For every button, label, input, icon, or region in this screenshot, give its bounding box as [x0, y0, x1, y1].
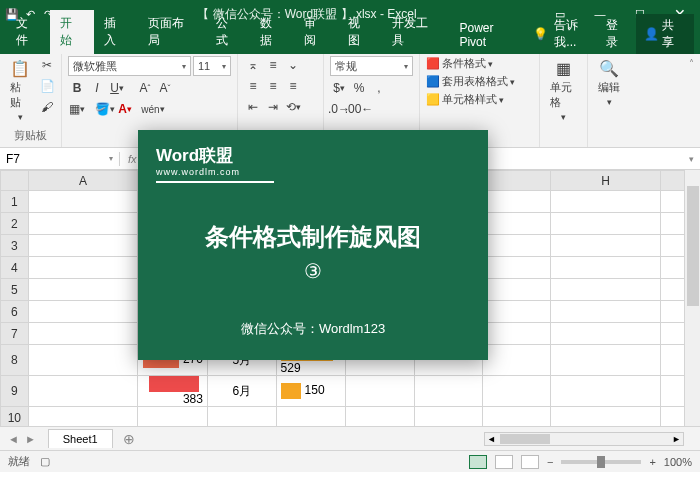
clipboard-group-label: 剪贴板: [6, 128, 55, 145]
sheet-nav-prev-icon[interactable]: ◄: [8, 433, 19, 445]
format-painter-icon[interactable]: 🖌: [38, 98, 56, 116]
cell-styles-label: 单元格样式: [442, 92, 497, 107]
font-family-select[interactable]: 微软雅黑▾: [68, 56, 191, 76]
currency-button[interactable]: $▾: [330, 79, 348, 97]
phonetic-button[interactable]: wén▾: [144, 100, 162, 118]
tell-me[interactable]: 告诉我...: [554, 17, 600, 51]
scroll-right-icon[interactable]: ►: [670, 434, 683, 444]
increase-font-icon[interactable]: Aˆ: [136, 79, 154, 97]
expand-formula-icon[interactable]: ▾: [683, 154, 700, 164]
percent-button[interactable]: %: [350, 79, 368, 97]
orientation-icon[interactable]: ⟲▾: [284, 98, 302, 116]
cells-label: 单元格: [550, 80, 577, 110]
align-bottom-icon[interactable]: ⌄: [284, 56, 302, 74]
font-color-button[interactable]: A▾: [116, 100, 134, 118]
add-sheet-button[interactable]: ⊕: [117, 431, 141, 447]
horizontal-scrollbar[interactable]: ◄►: [484, 432, 684, 446]
increase-indent-icon[interactable]: ⇥: [264, 98, 282, 116]
zoom-in-icon[interactable]: +: [649, 456, 655, 468]
zoom-slider[interactable]: [561, 460, 641, 464]
tab-pivot[interactable]: Power Pivot: [449, 16, 533, 54]
row-header[interactable]: 9: [1, 376, 29, 407]
font-family-value: 微软雅黑: [73, 59, 117, 74]
cells-button[interactable]: ▦单元格▾: [546, 56, 581, 124]
cell[interactable]: 383: [138, 376, 208, 407]
cond-format-label: 条件格式: [442, 56, 486, 71]
sheet-tab[interactable]: Sheet1: [48, 429, 113, 448]
row-header[interactable]: 1: [1, 191, 29, 213]
number-format-value: 常规: [335, 59, 357, 74]
tab-home[interactable]: 开始: [50, 10, 94, 54]
share-button[interactable]: 👤共享: [636, 14, 694, 54]
macro-record-icon[interactable]: ▢: [40, 455, 50, 468]
name-box[interactable]: F7▾: [0, 152, 120, 166]
view-normal-icon[interactable]: [469, 455, 487, 469]
tab-layout[interactable]: 页面布局: [138, 10, 206, 54]
sheet-nav-next-icon[interactable]: ►: [25, 433, 36, 445]
share-icon: 👤: [644, 27, 659, 41]
row-header[interactable]: 2: [1, 213, 29, 235]
view-page-layout-icon[interactable]: [495, 455, 513, 469]
tab-view[interactable]: 视图: [338, 10, 382, 54]
cell[interactable]: 6月: [207, 376, 276, 407]
font-size-select[interactable]: 11▾: [193, 56, 231, 76]
align-top-icon[interactable]: ⌅: [244, 56, 262, 74]
chevron-down-icon: ▾: [18, 112, 23, 122]
overlay-title: 条件格式制作旋风图: [156, 221, 470, 253]
paste-button[interactable]: 📋 粘贴 ▾: [6, 56, 34, 124]
cell-styles-icon: 🟨: [426, 93, 440, 106]
row-header[interactable]: 8: [1, 345, 29, 376]
align-right-icon[interactable]: ≡: [284, 77, 302, 95]
italic-button[interactable]: I: [88, 79, 106, 97]
tell-me-icon: 💡: [533, 27, 548, 41]
zoom-value[interactable]: 100%: [664, 456, 692, 468]
editing-button[interactable]: 🔍编辑▾: [594, 56, 624, 109]
cut-icon[interactable]: ✂: [38, 56, 56, 74]
paste-icon: 📋: [10, 58, 30, 78]
zoom-out-icon[interactable]: −: [547, 456, 553, 468]
row-header[interactable]: 6: [1, 301, 29, 323]
copy-icon[interactable]: 📄: [38, 77, 56, 95]
col-header[interactable]: H: [551, 171, 661, 191]
row-header[interactable]: 10: [1, 407, 29, 427]
comma-button[interactable]: ,: [370, 79, 388, 97]
border-button[interactable]: ▦▾: [68, 100, 86, 118]
fill-color-button[interactable]: 🪣▾: [96, 100, 114, 118]
row-header[interactable]: 4: [1, 257, 29, 279]
cell[interactable]: 150: [276, 376, 346, 407]
vertical-scrollbar[interactable]: [684, 170, 700, 426]
table-format-button[interactable]: 🟦套用表格格式▾: [426, 74, 515, 89]
align-center-icon[interactable]: ≡: [264, 77, 282, 95]
view-page-break-icon[interactable]: [521, 455, 539, 469]
login-link[interactable]: 登录: [606, 17, 630, 51]
tab-file[interactable]: 文件: [6, 10, 50, 54]
scroll-thumb[interactable]: [687, 186, 699, 306]
align-left-icon[interactable]: ≡: [244, 77, 262, 95]
row-header[interactable]: 5: [1, 279, 29, 301]
align-middle-icon[interactable]: ≡: [264, 56, 282, 74]
underline-button[interactable]: U▾: [108, 79, 126, 97]
conditional-format-button[interactable]: 🟥条件格式▾: [426, 56, 493, 71]
row-header[interactable]: 7: [1, 323, 29, 345]
number-format-select[interactable]: 常规▾: [330, 56, 413, 76]
decrease-font-icon[interactable]: Aˇ: [156, 79, 174, 97]
tab-insert[interactable]: 插入: [94, 10, 138, 54]
tab-dev[interactable]: 开发工具: [382, 10, 450, 54]
table-format-label: 套用表格格式: [442, 74, 508, 89]
bold-button[interactable]: B: [68, 79, 86, 97]
slider-handle[interactable]: [597, 456, 605, 468]
decrease-decimal-icon[interactable]: .00←: [350, 100, 368, 118]
scroll-left-icon[interactable]: ◄: [485, 434, 498, 444]
tab-data[interactable]: 数据: [250, 10, 294, 54]
scroll-thumb[interactable]: [500, 434, 550, 444]
overlay-logo: Word联盟: [156, 144, 470, 167]
tab-formula[interactable]: 公式: [206, 10, 250, 54]
cell-styles-button[interactable]: 🟨单元格样式▾: [426, 92, 504, 107]
chevron-down-icon: ▾: [222, 62, 226, 71]
decrease-indent-icon[interactable]: ⇤: [244, 98, 262, 116]
collapse-ribbon-icon[interactable]: ˄: [683, 54, 700, 147]
row-header[interactable]: 3: [1, 235, 29, 257]
col-header[interactable]: A: [28, 171, 138, 191]
select-all-corner[interactable]: [1, 171, 29, 191]
tab-review[interactable]: 审阅: [294, 10, 338, 54]
